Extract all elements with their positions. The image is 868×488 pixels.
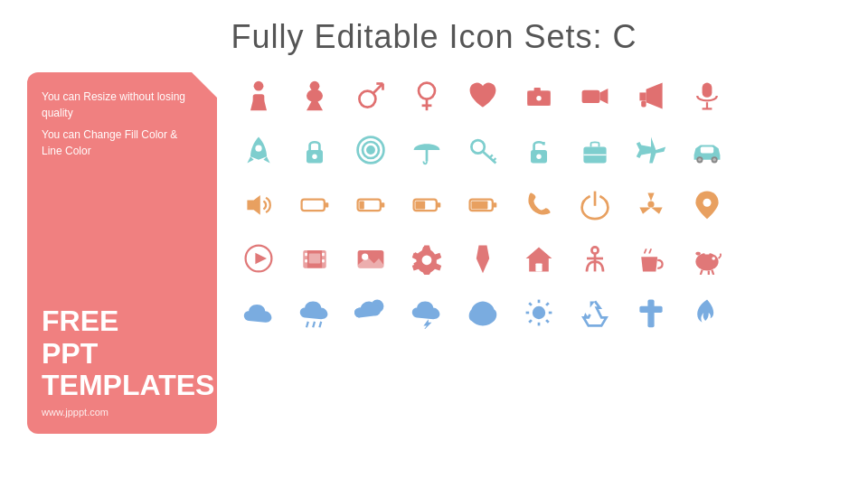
- icons-row-3: [235, 181, 841, 228]
- sidebar-info: You can Resize without losing quality Yo…: [42, 89, 203, 164]
- icons-area: [235, 72, 841, 336]
- icon-cloud-lightning: [403, 289, 450, 336]
- website-label: www.jpppt.com: [42, 407, 203, 418]
- svg-rect-1: [253, 94, 265, 102]
- icon-target: [347, 127, 394, 174]
- svg-line-88: [319, 322, 321, 327]
- icon-person-female: [291, 72, 338, 119]
- icon-play: [235, 235, 282, 282]
- svg-point-8: [419, 83, 435, 99]
- svg-marker-59: [255, 253, 267, 265]
- svg-rect-38: [701, 146, 713, 153]
- svg-rect-66: [322, 253, 325, 257]
- icon-tie: [459, 235, 506, 282]
- icon-megaphone: [627, 72, 675, 119]
- svg-rect-65: [305, 259, 307, 263]
- icon-flame: [684, 289, 731, 336]
- svg-point-30: [471, 140, 484, 153]
- icon-anchor: [571, 235, 618, 282]
- icon-battery-half: [403, 181, 450, 228]
- svg-point-0: [254, 81, 264, 91]
- svg-line-86: [307, 322, 308, 327]
- svg-point-23: [255, 145, 261, 152]
- svg-line-97: [546, 320, 549, 323]
- icon-image: [347, 235, 394, 282]
- svg-point-79: [695, 253, 718, 271]
- resize-info: You can Resize without losing quality: [42, 89, 203, 121]
- icon-cloud: [235, 289, 282, 336]
- icon-battery-low: [347, 181, 394, 228]
- svg-line-5: [373, 84, 383, 94]
- icon-sun: [515, 289, 562, 336]
- main-page: Fully Editable Icon Sets: C You can Resi…: [0, 0, 868, 488]
- svg-marker-17: [639, 92, 646, 100]
- svg-rect-13: [534, 88, 541, 92]
- icon-airplane: [627, 127, 675, 174]
- svg-marker-90: [422, 319, 432, 329]
- svg-rect-45: [325, 202, 329, 207]
- icon-battery-empty: [291, 181, 338, 228]
- svg-rect-20: [703, 83, 712, 98]
- svg-rect-50: [437, 202, 441, 207]
- icon-car: [684, 127, 731, 174]
- svg-line-33: [493, 158, 496, 162]
- svg-rect-15: [582, 90, 600, 103]
- svg-point-42: [712, 158, 716, 162]
- svg-line-82: [701, 270, 703, 275]
- icon-gear: [403, 235, 450, 282]
- svg-rect-44: [302, 200, 325, 211]
- icon-location-pin: [684, 181, 731, 228]
- svg-point-35: [536, 155, 541, 159]
- svg-rect-63: [309, 254, 321, 264]
- svg-marker-73: [476, 246, 489, 274]
- icon-recycle: [571, 289, 618, 336]
- free-ppt-label: FREEPPTTEMPLATES: [42, 305, 203, 401]
- svg-line-32: [489, 155, 493, 158]
- svg-point-14: [536, 96, 541, 100]
- page-title: Fully Editable Icon Sets: C: [27, 18, 841, 56]
- icon-briefcase: [571, 127, 618, 174]
- icon-house: [515, 235, 562, 282]
- svg-point-91: [533, 306, 545, 319]
- icon-gender-male: [347, 72, 394, 119]
- svg-line-99: [529, 320, 532, 323]
- icons-row-5: [235, 289, 841, 336]
- icon-microphone: [684, 72, 731, 119]
- svg-line-84: [712, 270, 713, 275]
- icon-power: [571, 181, 618, 228]
- svg-point-57: [703, 199, 712, 207]
- svg-point-80: [712, 257, 715, 260]
- svg-rect-101: [639, 306, 662, 313]
- svg-line-96: [529, 303, 532, 305]
- icon-gender-female: [403, 72, 450, 119]
- svg-rect-54: [471, 201, 487, 209]
- icon-rocket: [235, 127, 282, 174]
- icon-camera: [515, 72, 562, 119]
- icon-key: [459, 127, 506, 174]
- svg-point-40: [698, 158, 702, 162]
- svg-rect-67: [322, 259, 325, 263]
- icon-person-male: [235, 72, 282, 119]
- svg-line-98: [546, 303, 549, 305]
- icons-row-4: [235, 235, 841, 282]
- svg-point-3: [307, 89, 323, 102]
- icons-row-2: [235, 127, 841, 174]
- fill-info: You can Change Fill Color &Line Color: [42, 127, 203, 159]
- icon-cloud-sun: [347, 289, 394, 336]
- svg-point-28: [367, 146, 373, 153]
- icon-radiation: [627, 181, 675, 228]
- icon-lock-open: [515, 127, 562, 174]
- svg-rect-19: [641, 100, 646, 107]
- icon-coffee: [627, 235, 675, 282]
- icon-film: [291, 235, 338, 282]
- icon-video-camera: [571, 72, 618, 119]
- svg-line-87: [313, 322, 315, 327]
- svg-rect-81: [695, 252, 700, 256]
- sidebar-bottom: FREEPPTTEMPLATES www.jpppt.com: [42, 305, 203, 418]
- icon-umbrella: [403, 127, 450, 174]
- svg-point-25: [312, 155, 316, 159]
- svg-marker-18: [646, 83, 663, 109]
- svg-point-4: [359, 91, 375, 108]
- svg-rect-64: [305, 253, 307, 257]
- icons-row-1: [235, 72, 841, 119]
